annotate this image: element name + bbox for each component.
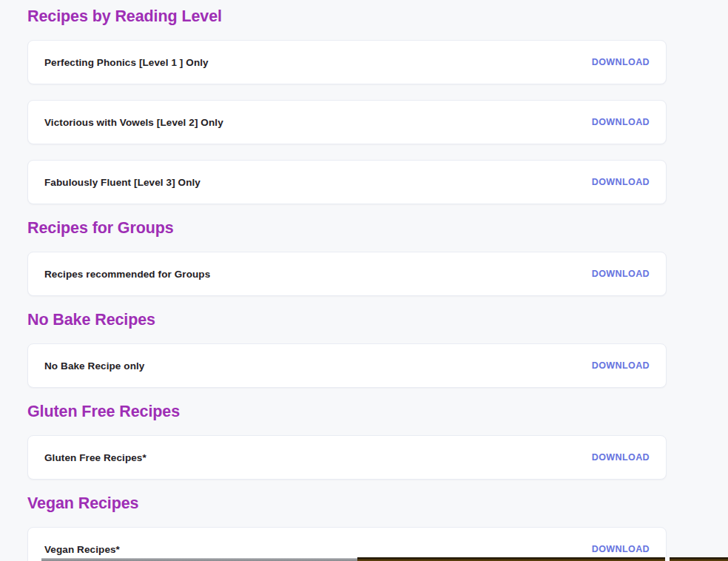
- card-list: Perfecting Phonics [Level 1 ] Only DOWNL…: [27, 40, 667, 204]
- download-row-fluent-level3: Fabulously Fluent [Level 3] Only DOWNLOA…: [27, 160, 667, 204]
- download-row-no-bake: No Bake Recipe only DOWNLOAD: [27, 343, 667, 388]
- section-no-bake: No Bake Recipes No Bake Recipe only DOWN…: [27, 311, 667, 388]
- download-link[interactable]: DOWNLOAD: [592, 269, 650, 279]
- download-link[interactable]: DOWNLOAD: [592, 117, 650, 127]
- section-heading-vegan: Vegan Recipes: [27, 494, 667, 512]
- row-label: Recipes recommended for Groups: [44, 269, 210, 280]
- card-list: Gluten Free Recipes* DOWNLOAD: [27, 435, 667, 480]
- section-groups: Recipes for Groups Recipes recommended f…: [27, 219, 667, 296]
- row-label: Fabulously Fluent [Level 3] Only: [44, 177, 200, 188]
- row-label: Perfecting Phonics [Level 1 ] Only: [44, 57, 209, 68]
- download-link[interactable]: DOWNLOAD: [592, 57, 650, 67]
- download-row-groups: Recipes recommended for Groups DOWNLOAD: [27, 252, 667, 296]
- section-gluten-free: Gluten Free Recipes Gluten Free Recipes*…: [27, 403, 667, 480]
- section-heading-gluten-free: Gluten Free Recipes: [27, 403, 667, 420]
- card-list: No Bake Recipe only DOWNLOAD: [27, 343, 667, 388]
- section-heading-groups: Recipes for Groups: [27, 219, 667, 237]
- download-row-vowels-level2: Victorious with Vowels [Level 2] Only DO…: [27, 100, 667, 144]
- row-label: Vegan Recipes*: [44, 544, 120, 555]
- row-label: Victorious with Vowels [Level 2] Only: [44, 117, 223, 128]
- download-link[interactable]: DOWNLOAD: [592, 452, 650, 463]
- section-heading-no-bake: No Bake Recipes: [27, 311, 667, 329]
- download-link[interactable]: DOWNLOAD: [592, 360, 650, 371]
- row-label: No Bake Recipe only: [44, 360, 144, 372]
- bottom-edge-strip-gap: [665, 557, 670, 561]
- section-reading-level: Recipes by Reading Level Perfecting Phon…: [27, 7, 667, 204]
- download-row-gluten-free: Gluten Free Recipes* DOWNLOAD: [27, 435, 667, 480]
- section-vegan: Vegan Recipes Vegan Recipes* DOWNLOAD: [27, 494, 667, 561]
- card-list: Recipes recommended for Groups DOWNLOAD: [27, 252, 667, 296]
- card-list: Vegan Recipes* DOWNLOAD: [27, 527, 667, 561]
- bottom-edge-gray-strip: [41, 558, 357, 561]
- bottom-edge-photo-strip: [357, 557, 728, 561]
- download-row-phonics-level1: Perfecting Phonics [Level 1 ] Only DOWNL…: [27, 40, 667, 84]
- section-heading-reading-level: Recipes by Reading Level: [27, 7, 667, 25]
- recipes-download-page: Recipes by Reading Level Perfecting Phon…: [0, 0, 667, 561]
- download-link[interactable]: DOWNLOAD: [592, 544, 650, 554]
- download-link[interactable]: DOWNLOAD: [592, 177, 650, 187]
- row-label: Gluten Free Recipes*: [44, 452, 146, 463]
- download-row-vegan: Vegan Recipes* DOWNLOAD: [27, 527, 667, 561]
